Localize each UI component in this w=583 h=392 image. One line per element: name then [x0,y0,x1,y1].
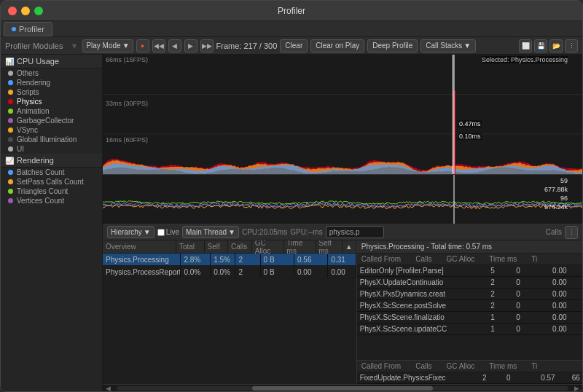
th-overview: Overview [103,240,176,253]
scroll-left-arrow[interactable]: ◀ [103,385,114,392]
separator1: ▼ [70,42,78,50]
close-button[interactable] [8,7,17,15]
rendering-dot [8,80,13,85]
called-gcalloc: 0 [513,290,549,298]
rendering-chart[interactable]: 59 677.88k 96 574.24k [103,175,582,224]
value2: 677.88k [544,185,568,194]
calls-row[interactable]: PhysX.ScScene.finalizatio 1 0 0.00 [357,312,582,324]
td-total: 2.8% [181,254,211,265]
window-title: Profiler [278,6,305,16]
caller-count: 2 [480,374,504,382]
called-name: PhysX.ScScene.updateCC [357,325,488,333]
td-self: 1.5% [211,254,235,265]
calls-row[interactable]: PhysX.PxsDynamics.creat 2 0 0.00 [357,289,582,300]
rendering-section-header: 📈 Rendering [1,154,102,168]
sidebar-item-triangles[interactable]: Triangles Count [1,187,102,196]
tab-dot [12,27,16,31]
search-input-display[interactable]: physics.p [326,226,384,238]
time-label1: 0.47ms [458,120,482,128]
table-row[interactable]: Physics.ProcessReports 0.0% 0.0% 2 0 B 0… [103,266,356,278]
gc-dot [8,118,13,123]
cpu-section-header: 📊 CPU Usage [1,55,102,68]
scroll-track[interactable] [117,386,568,391]
clear-on-play-button[interactable]: Clear on Play [310,39,364,52]
triangles-label: Triangles Count [17,187,68,195]
view-select[interactable]: Hierarchy ▼ [107,226,154,238]
called-from-label: Called From [361,255,401,263]
view-label: Hierarchy [111,228,142,236]
load-icon[interactable]: 📂 [549,39,563,52]
live-checkbox[interactable]: Live [157,228,179,236]
play-mode-select[interactable]: Play Mode ▼ [82,39,133,52]
sidebar-item-vsync[interactable]: VSync [1,125,102,135]
sidebar-item-vertices[interactable]: Vertices Count [1,196,102,205]
calls-row[interactable]: PhysX.UpdateContinuatio 2 0 0.00 [357,277,582,289]
callers-timems-col: Time ms [489,362,517,370]
thread-select[interactable]: Main Thread ▼ [182,226,239,238]
next-frame-button[interactable]: ▶▶ [200,39,214,52]
more-options-icon[interactable]: ⋮ [565,39,578,52]
main-toolbar: Profiler Modules ▼ Play Mode ▼ ● ◀◀ ◀ ▶ … [1,37,582,55]
callers-gcalloc-col: GC Alloc [446,362,474,370]
profiler-tab[interactable]: Profiler [4,22,52,36]
deep-profile-button[interactable]: Deep Profile [367,39,418,52]
step-next-button[interactable]: ▶ [184,39,197,52]
frame-counter: Frame: 217 / 300 [216,42,278,50]
search-text: physics.p [329,228,360,236]
sidebar-item-others[interactable]: Others [1,68,102,78]
profiler-window: Profiler Profiler Profiler Modules ▼ Pla… [0,0,583,392]
calls-row[interactable]: PhysX.ScScene.postSolve 2 0 0.00 [357,300,582,312]
called-from-rows: EditorOnly [Profiler.Parse] 5 0 0.00 Phy… [357,265,582,335]
hierarchy-more-icon[interactable]: ⋮ [565,226,578,239]
table-row[interactable]: Physics.Processing 2.8% 1.5% 2 0 B 0.56 … [103,254,356,266]
value1: 59 [544,176,568,185]
callers-section: Called From Calls GC Alloc Time ms Ti Fi… [357,360,582,384]
thread-dropdown-icon: ▼ [228,228,235,236]
cpu-chart[interactable]: 66ms (15FPS) 33ms (30FPS) 16ms (60FPS) S… [103,55,582,175]
sidebar-item-batches[interactable]: Batches Count [1,168,102,177]
view-dropdown-icon: ▼ [144,228,151,236]
prev-frame-button[interactable]: ◀◀ [152,39,165,52]
bottom-scrollbar[interactable]: ◀ ▶ [103,384,582,391]
td-selfms: 0.31 [328,254,356,265]
chart-values: 59 677.88k 96 574.24k [544,176,568,211]
minimize-button[interactable] [21,7,30,15]
scroll-thumb[interactable] [252,386,433,391]
sidebar-item-rendering[interactable]: Rendering [1,78,102,87]
sidebar-item-ui[interactable]: UI [1,144,102,154]
hierarchy-toolbar: Hierarchy ▼ Live Main Thread ▼ CPU:20.05… [103,224,582,240]
calls-row[interactable]: PhysX.ScScene.updateCC 1 0 0.00 [357,324,582,335]
sidebar-item-gc[interactable]: GarbageCollector [1,116,102,125]
sidebar-item-physics[interactable]: Physics [1,97,102,106]
sidebar-item-scripts[interactable]: Scripts [1,87,102,97]
th-self: Self [205,240,229,253]
value4: 574.24k [544,203,568,211]
called-gcalloc: 0 [513,302,549,310]
tab-label: Profiler [19,25,44,34]
callers-header: Called From Calls GC Alloc Time ms Ti [357,361,582,372]
scroll-right-arrow[interactable]: ▶ [571,385,582,392]
tab-bar: Profiler [1,21,582,37]
live-checkbox-input[interactable] [157,229,165,236]
sidebar-item-animation[interactable]: Animation [1,106,102,116]
td-overview: Physics.ProcessReports [103,266,181,278]
rendering-chart-canvas[interactable] [103,175,582,224]
hierarchy-table: Overview Total Self Calls GC Alloc Time … [103,240,357,384]
sidebar-item-setpass[interactable]: SetPass Calls Count [1,177,102,187]
clear-button[interactable]: Clear [280,39,308,52]
maximize-button[interactable] [34,7,43,15]
called-count: 2 [488,290,513,298]
save-icon[interactable]: 💾 [534,39,547,52]
step-prev-button[interactable]: ◀ [168,39,181,52]
calls-row[interactable]: FixedUpdate.PhysicsFixec 2 0 0.57 66 [357,372,582,384]
called-from-header: Called From Calls GC Alloc Time ms Ti [357,254,582,265]
thread-label: Main Thread [186,228,227,236]
screenshot-icon[interactable]: ⬜ [519,39,532,52]
call-stacks-button[interactable]: Call Stacks ▼ [420,39,476,52]
calls-row[interactable]: EditorOnly [Profiler.Parse] 5 0 0.00 [357,265,582,277]
record-button[interactable]: ● [136,39,149,52]
called-name: PhysX.ScScene.finalizatio [357,313,488,321]
th-total: Total [176,240,205,253]
cpu-chart-canvas[interactable] [103,55,582,175]
sidebar-item-gi[interactable]: Global Illumination [1,135,102,144]
